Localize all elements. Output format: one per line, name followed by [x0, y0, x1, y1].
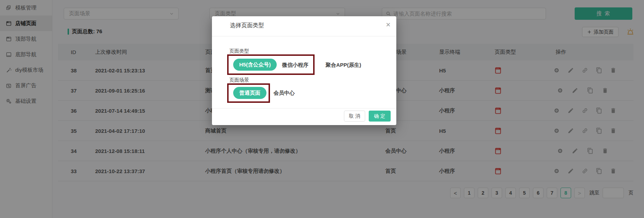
modal-header-divider — [212, 36, 396, 36]
close-icon[interactable]: ✕ — [384, 20, 392, 29]
option-member-center[interactable]: 会员中心 — [274, 90, 295, 96]
page-type-section-label: 页面类型 — [229, 48, 249, 54]
modal-footer-divider — [212, 108, 396, 108]
cancel-button[interactable]: 取 消 — [344, 111, 365, 122]
option-native-app[interactable]: 聚合APP(原生) — [326, 62, 361, 69]
option-normal-page-selected[interactable]: 普通页面 — [233, 87, 266, 99]
app-root: 模板管理 店铺页面 顶部导航 底部导航 diy模板市场 首屏广告 基础设置 — [0, 0, 644, 218]
page-scene-section-label: 页面场景 — [229, 77, 249, 83]
option-wechat-miniprogram[interactable]: 微信小程序 — [282, 62, 309, 69]
option-h5-selected[interactable]: H5(含公众号) — [233, 59, 277, 71]
modal-title: 选择页面类型 — [230, 22, 264, 29]
confirm-button[interactable]: 确 定 — [369, 111, 391, 122]
select-page-type-modal: 选择页面类型 ✕ 页面类型 H5(含公众号) 微信小程序 聚合APP(原生) 页… — [212, 16, 396, 125]
